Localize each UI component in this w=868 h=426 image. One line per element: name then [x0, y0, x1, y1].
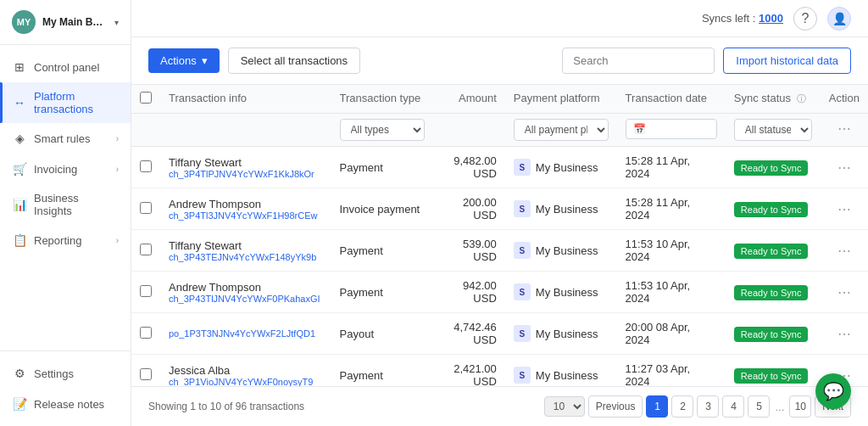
row-checkbox-2[interactable]: [140, 244, 152, 255]
platform-icon: S: [514, 283, 531, 300]
chevron-down-icon: ▾: [114, 18, 119, 27]
select-all-button[interactable]: Select all transactions: [228, 48, 360, 74]
search-input[interactable]: [562, 48, 715, 74]
sidebar: MY My Main Busine... ▾ ⊞ Control panel ↔…: [0, 0, 131, 426]
sidebar-item-reporting[interactable]: 📋 Reporting ›: [0, 225, 131, 255]
date-filter[interactable]: 📅: [626, 119, 717, 139]
col-header-info: Transaction info: [160, 85, 331, 114]
chevron-down-icon: ▾: [202, 54, 208, 67]
sidebar-item-smart-rules[interactable]: ◈ Smart rules ›: [0, 123, 131, 154]
tx-name: Jessica Alba: [169, 364, 323, 377]
pagination-dots: ...: [773, 401, 786, 413]
sidebar-item-platform-transactions[interactable]: ↔ Platform transactions: [0, 82, 131, 123]
platform-icon: S: [514, 367, 531, 384]
row-checkbox-5[interactable]: [140, 368, 152, 380]
toolbar: Actions ▾ Select all transactions Import…: [131, 37, 868, 85]
calendar-icon: 📅: [633, 123, 646, 135]
select-all-checkbox[interactable]: [140, 92, 152, 104]
tx-name: Andrew Thompson: [169, 198, 323, 210]
insights-icon: 📊: [12, 197, 27, 212]
col-header-status: Sync status ⓘ: [726, 85, 821, 114]
column-options-button[interactable]: ⋯: [832, 119, 856, 138]
syncs-count: 1000: [759, 12, 783, 25]
page-4-button[interactable]: 4: [722, 395, 744, 418]
row-action-button[interactable]: ⋯: [832, 283, 856, 302]
col-header-amount: Amount: [433, 85, 505, 114]
tx-id[interactable]: ch_3P1VioJNV4YcYWxF0noysyT9: [169, 377, 323, 387]
row-checkbox-4[interactable]: [140, 327, 152, 339]
type-filter-select[interactable]: All types: [340, 119, 426, 141]
row-checkbox-0[interactable]: [140, 160, 152, 172]
tx-amount: 539.00 USD: [433, 230, 505, 272]
platform-cell: S My Business: [514, 200, 609, 217]
table-body: Tiffany Stewart ch_3P4TlPJNV4YcYWxF1KkJ8…: [131, 147, 868, 387]
row-action-button[interactable]: ⋯: [832, 199, 856, 219]
platform-icon: S: [514, 325, 531, 342]
status-filter-select[interactable]: All statuses: [734, 119, 812, 141]
status-badge: Ready to Sync: [734, 368, 809, 384]
col-header-type: Transaction type: [331, 85, 434, 114]
sidebar-footer: ⚙ Settings 📝 Release notes: [0, 350, 131, 426]
row-action-button[interactable]: ⋯: [832, 241, 856, 261]
sidebar-header[interactable]: MY My Main Busine... ▾: [0, 0, 131, 45]
col-header-platform: Payment platform: [505, 85, 617, 114]
page-size-select[interactable]: 10 25 50: [544, 396, 585, 417]
tx-type: Invoice payment: [331, 188, 434, 230]
table-row: Andrew Thompson ch_3P43TlJNV4YcYWxF0PKah…: [131, 272, 868, 313]
tx-id[interactable]: ch_3P43TlJNV4YcYWxF0PKahaxGI: [169, 294, 323, 304]
platform-name: My Business: [536, 286, 598, 299]
import-historical-button[interactable]: Import historical data: [723, 48, 851, 74]
invoice-icon: 🛒: [12, 161, 27, 177]
table-row: Jessica Alba ch_3P1VioJNV4YcYWxF0noysyT9…: [131, 355, 868, 387]
table-row: po_1P3T3NJNv4YcYWxF2LJtfQD1 Payout 4,742…: [131, 313, 868, 355]
platform-name: My Business: [536, 369, 598, 382]
sidebar-item-settings[interactable]: ⚙ Settings: [0, 358, 131, 389]
tx-name: Tiffany Stewart: [169, 239, 323, 252]
sidebar-item-invoicing[interactable]: 🛒 Invoicing ›: [0, 154, 131, 184]
user-avatar-icon[interactable]: 👤: [827, 7, 851, 31]
sidebar-item-release-notes[interactable]: 📝 Release notes: [0, 389, 131, 419]
sidebar-item-control-panel[interactable]: ⊞ Control panel: [0, 52, 131, 82]
tx-id[interactable]: ch_3P4TlPJNV4YcYWxF1KkJ8kOr: [169, 169, 323, 179]
tx-type: Payout: [331, 313, 434, 355]
tx-date: 11:27 03 Apr, 2024: [617, 355, 726, 387]
platform-name: My Business: [536, 161, 598, 174]
row-action-button[interactable]: ⋯: [832, 324, 856, 344]
transactions-table: Transaction info Transaction type Amount…: [131, 85, 868, 386]
page-5-button[interactable]: 5: [748, 395, 770, 418]
table-row: Tiffany Stewart ch_3P4TlPJNV4YcYWxF1KkJ8…: [131, 147, 868, 188]
tx-amount: 4,742.46 USD: [433, 313, 505, 355]
row-checkbox-3[interactable]: [140, 285, 152, 297]
tx-amount: 942.00 USD: [433, 272, 505, 313]
help-icon[interactable]: ?: [793, 7, 817, 31]
tx-id[interactable]: ch_3P43TEJNv4YcYWxF148yYk9b: [169, 252, 323, 262]
tx-type: Payment: [331, 272, 434, 313]
chevron-right-icon: ›: [116, 236, 119, 245]
chat-icon: 💬: [823, 381, 844, 401]
sidebar-item-business-insights[interactable]: 📊 Business Insights: [0, 184, 131, 225]
actions-button[interactable]: Actions ▾: [148, 48, 220, 73]
tx-amount: 200.00 USD: [433, 188, 505, 230]
col-header-action: Action: [821, 85, 868, 114]
prev-page-button[interactable]: Previous: [588, 395, 643, 418]
platform-name: My Business: [536, 328, 598, 340]
platform-name: My Business: [536, 203, 598, 216]
tx-id[interactable]: ch_3P4Tl3JNV4YcYWxF1H98rCEw: [169, 210, 323, 221]
chevron-right-icon: ›: [116, 134, 119, 143]
page-2-button[interactable]: 2: [671, 395, 693, 418]
page-1-button[interactable]: 1: [646, 395, 668, 418]
tx-date: 11:53 10 Apr, 2024: [617, 230, 726, 272]
chevron-right-icon: ›: [116, 165, 119, 174]
page-3-button[interactable]: 3: [697, 395, 719, 418]
reporting-icon: 📋: [12, 233, 27, 248]
platform-cell: S My Business: [514, 367, 609, 384]
platform-filter-select[interactable]: All payment platforms: [514, 119, 609, 141]
main-area: Syncs left : 1000 ? 👤 Actions ▾ Select a…: [131, 0, 868, 426]
chat-bubble-button[interactable]: 💬: [815, 373, 851, 409]
content-area: Actions ▾ Select all transactions Import…: [131, 37, 868, 426]
tx-id[interactable]: po_1P3T3NJNv4YcYWxF2LJtfQD1: [169, 328, 323, 339]
row-action-button[interactable]: ⋯: [832, 158, 856, 177]
last-page-button[interactable]: 10: [789, 395, 811, 418]
tx-amount: 2,421.00 USD: [433, 355, 505, 387]
row-checkbox-1[interactable]: [140, 202, 152, 214]
